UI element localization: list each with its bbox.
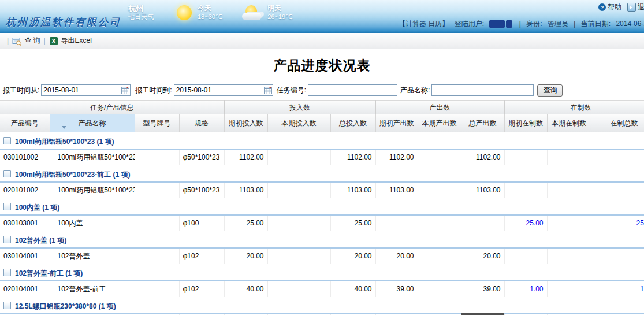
date-from-input[interactable] (42, 86, 121, 94)
search-button[interactable]: 查询 (537, 84, 563, 97)
group-header[interactable]: 100内盖 (1 项) (0, 201, 644, 215)
page-title: 产品进度状况表 (0, 49, 644, 75)
task-no-label: 任务编号: (277, 86, 306, 95)
export-excel-label: 导出Excel (61, 36, 92, 46)
help-icon: ? (598, 3, 606, 11)
query-toolbar-button[interactable]: 查 询 (12, 36, 40, 46)
weather-city: 杭州 (128, 4, 154, 13)
table-cell: φ50*100*23 (179, 149, 224, 165)
group-header[interactable]: 100ml药用铝瓶50*100*23 (1 项) (0, 135, 644, 149)
collapse-icon[interactable] (3, 137, 11, 144)
table-cell: 020101002 (0, 182, 50, 198)
column-header[interactable]: 期初在制数 (504, 114, 547, 132)
collapse-icon[interactable] (3, 236, 11, 243)
group-block: 12.5L螺口铝瓶230*380*80 (1 项)03010200612.5L螺… (0, 297, 644, 315)
table-cell: 39.00 (461, 281, 504, 297)
group-header[interactable]: 102普外盖-前工 (1 项) (0, 266, 644, 281)
table-cell (461, 215, 504, 231)
group-title: 102普外盖 (1 项) (15, 236, 66, 244)
weather-tomorrow: 明天 26~19℃ (267, 4, 292, 21)
session-info-bar: 【计算器 日历】 登陆用户: | 身份: 管理员 | 当前日期: 2014-06… (399, 19, 644, 29)
logout-link[interactable]: 退出 (638, 2, 644, 12)
search-form-icon (12, 36, 21, 46)
help-link[interactable]: 帮助 (608, 2, 621, 12)
table-cell (135, 281, 179, 297)
calendar-icon[interactable] (264, 86, 272, 94)
group-title: 100内盖 (1 项) (15, 203, 59, 212)
column-header[interactable]: 产品名称 (50, 114, 135, 132)
group-header[interactable]: 102普外盖 (1 项) (0, 234, 644, 248)
task-no-input[interactable] (308, 86, 397, 94)
header-group-3: 产出数 (375, 101, 504, 115)
table-cell: 25.00 (224, 215, 267, 231)
separator: | (574, 20, 575, 28)
table-cell: 030103001 (0, 215, 50, 231)
export-excel-button[interactable]: X 导出Excel (49, 36, 92, 46)
group-title: 102普外盖-前工 (1 项) (15, 269, 83, 277)
company-logo-text: 杭州沥温软件有限公司 (6, 16, 121, 29)
table-cell: 20.00 (375, 248, 418, 264)
table-cell: φ50*100*23 (179, 182, 224, 198)
table-cell: 020104001 (0, 281, 50, 297)
sun-cloud-icon (242, 5, 262, 20)
column-header[interactable]: 本期产出数 (418, 114, 461, 132)
date-from-label: 报工时间从: (3, 86, 39, 95)
weather-city-block[interactable]: 杭州 七日天气 (128, 4, 154, 21)
table-cell (135, 248, 179, 264)
table-row: 030104001102普外盖φ10220.0020.0020.0020.00 (0, 248, 644, 264)
table-row: 020101002100ml药用铝瓶50*100*23-...φ50*100*2… (0, 182, 644, 198)
table-cell (591, 182, 644, 198)
table-cell (418, 182, 461, 198)
table-cell (591, 248, 644, 264)
product-name-label: 产品名称: (400, 86, 430, 95)
table-cell (547, 248, 591, 264)
login-user-label: 登陆用户: (455, 20, 484, 28)
collapse-icon[interactable] (3, 269, 11, 276)
excel-icon: X (49, 36, 58, 46)
collapse-icon[interactable] (3, 170, 11, 177)
date-to-input[interactable] (174, 86, 264, 94)
table-cell: 20.00 (461, 248, 504, 264)
product-name-input[interactable] (432, 86, 533, 94)
table-cell (547, 149, 591, 165)
column-header[interactable]: 期初投入数 (224, 114, 267, 132)
table-cell: 1.00 (504, 281, 547, 297)
collapse-icon[interactable] (3, 203, 11, 210)
sort-desc-icon (62, 126, 66, 129)
column-header[interactable]: 规格 (179, 114, 224, 132)
weather-widget: 杭州 七日天气 今天 18~30℃ 明天 26~19℃ (128, 4, 293, 21)
products-progress-table: 任务/产品信息投入数产出数在制数产品编号产品名称型号牌号规格期初投入数本期投入数… (0, 100, 644, 315)
tools-links[interactable]: 【计算器 日历】 (399, 20, 449, 28)
column-header[interactable]: 期初产出数 (375, 114, 418, 132)
column-header[interactable]: 本期投入数 (267, 114, 330, 132)
weather-today: 今天 18~30℃ (198, 4, 222, 21)
weather-week-label: 七日天气 (128, 13, 154, 21)
table-cell (418, 248, 461, 264)
group-header[interactable]: 100ml药用铝瓶50*100*23-前工 (1 项) (0, 168, 644, 182)
table-cell: 20.00 (330, 248, 375, 264)
table-cell: 1103.00 (330, 182, 375, 198)
calendar-icon[interactable] (121, 86, 129, 94)
table-cell (418, 281, 461, 297)
group-title: 100ml药用铝瓶50*100*23-前工 (1 项) (15, 171, 130, 179)
column-header[interactable]: 型号牌号 (135, 114, 179, 132)
header-group-2: 投入数 (224, 101, 375, 115)
group-header[interactable]: 12.5L螺口铝瓶230*380*80 (1 项) (0, 299, 644, 314)
column-header[interactable]: 总投入数 (330, 114, 375, 132)
table-cell: 20.00 (224, 248, 267, 264)
group-block: 102普外盖-前工 (1 项)020104001102普外盖-前工φ10240.… (0, 264, 644, 297)
table-cell (504, 149, 547, 165)
table-cell: 40.00 (330, 281, 375, 297)
column-header[interactable]: 产品编号 (0, 114, 50, 132)
collapse-icon[interactable] (3, 302, 11, 309)
column-header[interactable]: 在制总数 (591, 114, 644, 132)
group-block: 100ml药用铝瓶50*100*23 (1 项)030101002100ml药用… (0, 132, 644, 165)
table-cell: 100ml药用铝瓶50*100*23-... (50, 182, 135, 198)
table-cell: 1103.00 (461, 182, 504, 198)
app-window: 杭州沥温软件有限公司 杭州 七日天气 今天 18~30℃ 明天 26~19℃ ?… (0, 0, 644, 315)
table-cell: 1102.00 (375, 149, 418, 165)
column-header[interactable]: 总产出数 (461, 114, 504, 132)
date-to-box (174, 84, 273, 96)
today-label: 今天 (198, 4, 222, 13)
column-header[interactable]: 本期在制数 (547, 114, 591, 132)
